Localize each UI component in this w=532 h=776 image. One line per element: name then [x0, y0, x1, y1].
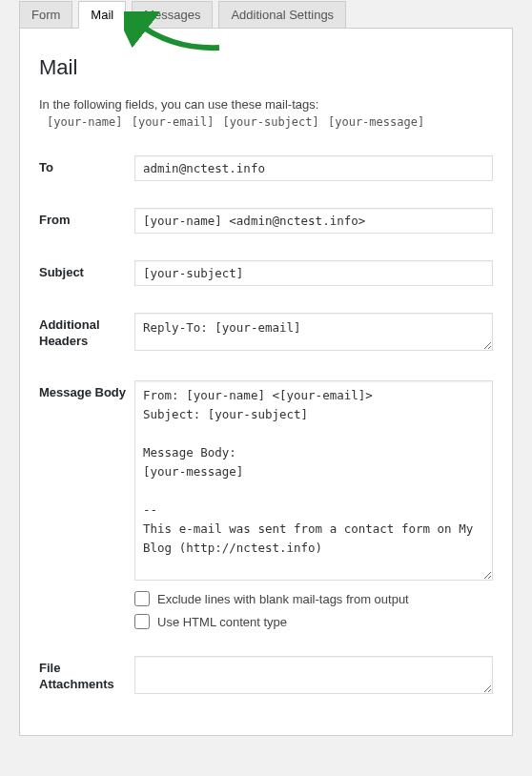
page-title: Mail [39, 55, 493, 80]
label-subject: Subject [39, 260, 134, 281]
label-to: To [39, 155, 134, 176]
mail-tags-list: [your-name] [your-email] [your-subject] … [47, 115, 493, 129]
label-headers: Additional Headers [39, 313, 134, 350]
checkbox-exclude-blank-label: Exclude lines with blank mail-tags from … [157, 592, 409, 606]
label-from: From [39, 208, 134, 229]
tab-form[interactable]: Form [19, 1, 72, 29]
input-from[interactable] [134, 208, 493, 234]
input-message-body[interactable] [134, 380, 493, 581]
checkbox-exclude-blank[interactable] [134, 591, 150, 606]
checkbox-use-html[interactable] [134, 614, 150, 629]
label-body: Message Body [39, 380, 134, 401]
panel-mail: Mail In the following fields, you can us… [19, 28, 513, 736]
mail-tags-hint: In the following fields, you can use the… [39, 97, 493, 112]
input-to[interactable] [134, 155, 493, 181]
tab-messages[interactable]: Messages [132, 1, 213, 29]
checkbox-use-html-label: Use HTML content type [157, 615, 287, 629]
tab-mail[interactable]: Mail [78, 1, 126, 29]
tab-additional-settings[interactable]: Additional Settings [218, 1, 346, 29]
input-file-attachments[interactable] [134, 656, 493, 694]
input-subject[interactable] [134, 260, 493, 286]
label-attachments: File Attachments [39, 656, 134, 693]
tabs: Form Mail Messages Additional Settings [19, 1, 513, 29]
input-additional-headers[interactable] [134, 313, 493, 351]
